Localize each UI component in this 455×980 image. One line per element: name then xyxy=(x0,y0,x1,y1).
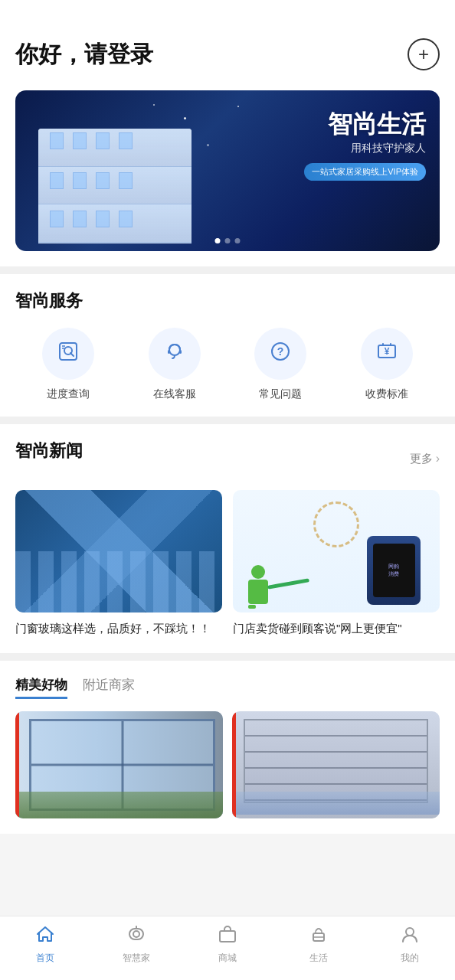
nav-item-mine[interactable]: 我的 xyxy=(387,924,433,965)
cartoon-screen: 网购消费 xyxy=(373,544,415,597)
add-button[interactable]: + xyxy=(408,38,440,70)
service-icon-wrap-progress xyxy=(42,328,94,380)
svg-rect-17 xyxy=(220,931,235,942)
banner-section: 智尚生活 用科技守护家人 一站式家居采购线上VIP体验 xyxy=(0,83,455,266)
tab-nearby[interactable]: 附近商家 xyxy=(83,676,135,699)
tab-recommend[interactable]: 精美好物 xyxy=(15,676,67,699)
greeting-text: 你好，请登录 xyxy=(15,39,153,70)
service-label-progress: 进度查询 xyxy=(47,387,90,401)
life-icon xyxy=(309,924,329,949)
news-card-2[interactable]: 网购消费 门店卖货碰到顾客说"网上更便宜" xyxy=(233,490,440,638)
dot-3[interactable] xyxy=(235,238,241,243)
building-graphic xyxy=(38,129,191,243)
news-card-1[interactable]: 门窗玻璃这样选，品质好，不踩坑！！ xyxy=(15,490,222,638)
service-label-faq: 常见问题 xyxy=(259,387,302,401)
services-title: 智尚服务 xyxy=(15,289,440,312)
bottom-nav: 首页 智慧家 商城 生活 xyxy=(0,916,455,980)
shop-icon xyxy=(218,924,237,949)
svg-text:?: ? xyxy=(277,345,284,358)
svg-point-15 xyxy=(133,931,139,937)
banner-building-illustration xyxy=(15,90,249,251)
products-tabs: 精美好物 附近商家 xyxy=(15,676,440,699)
service-icon-wrap-faq: ? xyxy=(254,328,306,380)
header: 你好，请登录 + xyxy=(0,0,455,83)
nav-label-shop: 商城 xyxy=(218,952,237,965)
news-text-1: 门窗玻璃这样选，品质好，不踩坑！！ xyxy=(15,620,222,638)
service-label-customer: 在线客服 xyxy=(153,387,196,401)
dot-2[interactable] xyxy=(225,238,231,243)
svg-text:¥: ¥ xyxy=(384,346,389,357)
banner-dots xyxy=(215,238,241,243)
nav-item-home[interactable]: 首页 xyxy=(22,924,68,965)
faq-icon: ? xyxy=(269,340,292,368)
product-card-1[interactable] xyxy=(15,711,223,818)
nav-item-shop[interactable]: 商城 xyxy=(205,924,250,965)
nav-label-life: 生活 xyxy=(309,952,328,965)
banner-subtitle: 用科技守护家人 xyxy=(304,142,426,155)
divider-3 xyxy=(0,653,455,661)
banner-title: 智尚生活 xyxy=(304,109,426,139)
nav-spacer xyxy=(0,834,455,903)
news-grid: 门窗玻璃这样选，品质好，不踩坑！！ 网购消费 xyxy=(15,490,440,638)
products-section: 精美好物 附近商家 xyxy=(0,661,455,834)
service-item-pricing[interactable]: ¥ 收费标准 xyxy=(361,328,413,401)
news-more-button[interactable]: 更多 › xyxy=(410,452,440,466)
svg-point-20 xyxy=(406,928,414,936)
service-label-pricing: 收费标准 xyxy=(365,387,408,401)
news-header: 智尚新闻 更多 › xyxy=(15,439,440,478)
service-item-customer[interactable]: 在线客服 xyxy=(149,328,201,401)
news-more-label: 更多 xyxy=(410,452,433,466)
nav-item-smart-home[interactable]: 智慧家 xyxy=(113,924,159,965)
service-icon-wrap-customer xyxy=(149,328,201,380)
service-grid: 进度查询 在线客服 xyxy=(15,328,440,401)
banner-tag: 一站式家居采购线上VIP体验 xyxy=(304,163,426,181)
pricing-icon: ¥ xyxy=(375,340,398,368)
news-image-2: 网购消费 xyxy=(233,490,440,612)
banner[interactable]: 智尚生活 用科技守护家人 一站式家居采购线上VIP体验 xyxy=(15,90,440,251)
cartoon-device: 网购消费 xyxy=(367,536,421,605)
product-image-2 xyxy=(232,711,440,818)
chevron-right-icon: › xyxy=(436,452,440,466)
divider-1 xyxy=(0,266,455,274)
svg-rect-7 xyxy=(179,350,182,354)
services-section: 智尚服务 进度查询 xyxy=(0,274,455,416)
mine-icon xyxy=(400,924,420,949)
news-image-1 xyxy=(15,490,222,612)
news-section: 智尚新闻 更多 › 门窗玻璃这样选，品质好，不踩坑！！ 网 xyxy=(0,424,455,653)
nav-label-home: 首页 xyxy=(36,952,54,965)
progress-icon xyxy=(57,340,80,368)
home-icon xyxy=(35,924,55,949)
product-card-2[interactable] xyxy=(232,711,440,818)
banner-text-block: 智尚生活 用科技守护家人 一站式家居采购线上VIP体验 xyxy=(304,109,426,181)
nav-label-smart-home: 智慧家 xyxy=(123,952,150,965)
service-icon-wrap-pricing: ¥ xyxy=(361,328,413,380)
smart-home-icon xyxy=(126,924,146,949)
nav-label-mine: 我的 xyxy=(401,952,419,965)
customer-icon xyxy=(163,340,186,368)
service-item-progress[interactable]: 进度查询 xyxy=(42,328,94,401)
svg-rect-6 xyxy=(168,350,170,354)
divider-2 xyxy=(0,416,455,424)
nav-item-life[interactable]: 生活 xyxy=(296,924,342,965)
products-grid xyxy=(15,711,440,818)
news-title: 智尚新闻 xyxy=(15,439,83,462)
garage-door-graphic xyxy=(244,719,428,803)
svg-line-2 xyxy=(70,353,74,356)
product-image-1 xyxy=(15,711,223,818)
news-text-2: 门店卖货碰到顾客说"网上更便宜" xyxy=(233,620,440,638)
service-item-faq[interactable]: ? 常见问题 xyxy=(254,328,306,401)
dot-1[interactable] xyxy=(215,238,221,243)
